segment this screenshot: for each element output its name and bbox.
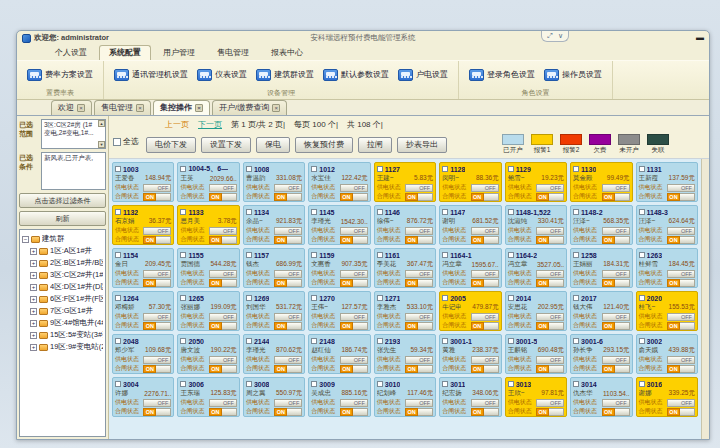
meter-card[interactable]: 1008 曹温韵 331.08元 供电状态 OFF 合闸状态 ON	[243, 162, 305, 202]
meter-checkbox[interactable]	[311, 381, 317, 387]
document-tab[interactable]: 售电管理 ×	[94, 100, 151, 115]
meter-checkbox[interactable]	[508, 209, 514, 215]
meter-card[interactable]: 1134 余品~ 921.83元 供电状态 OFF 合闸状态 ON	[243, 205, 305, 245]
select-all-checkbox[interactable]	[113, 138, 121, 146]
meter-checkbox[interactable]	[639, 338, 645, 344]
meter-checkbox[interactable]	[639, 166, 645, 172]
meter-checkbox[interactable]	[573, 166, 579, 172]
meter-card[interactable]: 3001-5 王麒铭 690.48元 供电状态 OFF 合闸状态 ON	[505, 334, 567, 374]
meter-checkbox[interactable]	[246, 295, 252, 301]
meter-checkbox[interactable]	[377, 381, 383, 387]
meter-card[interactable]: 1132 石京娟 36.37元 供电状态 OFF 合闸状态 ON	[112, 205, 174, 245]
meter-checkbox[interactable]	[442, 338, 448, 344]
meter-checkbox[interactable]	[311, 295, 317, 301]
meter-card[interactable]: 1155 贾国德 544.28元 供电状态 OFF 合闸状态 ON	[177, 248, 239, 288]
chevron-down-icon[interactable]: ∨	[558, 31, 563, 41]
meter-checkbox[interactable]	[442, 295, 448, 301]
meter-card[interactable]: 1269 刘国华 531.72元 供电状态 OFF 合闸状态 ON	[243, 291, 305, 331]
meter-card[interactable]: 3016 谢娜 339.25元 供电状态 OFF 合闸状态 ON	[636, 377, 698, 417]
meter-card[interactable]: 1133 思月美 3.78元 供电状态 OFF 合闸状态 ON	[177, 205, 239, 245]
scroll-up-icon[interactable]: ▲	[98, 120, 105, 127]
meter-card[interactable]: 1146 徐伟~ 876.72元 供电状态 OFF 合闸状态 ON	[374, 205, 436, 245]
meter-checkbox[interactable]	[442, 166, 448, 172]
meter-checkbox[interactable]	[311, 338, 317, 344]
tree-item[interactable]: + 4区:D区1#井(D区1...	[30, 282, 103, 292]
quick-access-toolbar[interactable]: ⤢ ∨	[541, 31, 569, 42]
meter-card[interactable]: 2144 李瑾光 870.62元 供电状态 OFF 合闸状态 ON	[243, 334, 305, 374]
document-tab[interactable]: 开户/缴费查询 ×	[212, 100, 287, 115]
meter-checkbox[interactable]	[573, 252, 579, 258]
meter-checkbox[interactable]	[573, 338, 579, 344]
meter-card[interactable]: 1159 文惠香 907.35元 供电状态 OFF 合闸状态 ON	[308, 248, 370, 288]
expand-icon[interactable]: +	[30, 284, 37, 291]
meter-checkbox[interactable]	[573, 295, 579, 301]
meter-checkbox[interactable]	[573, 381, 579, 387]
expand-icon[interactable]: +	[30, 260, 37, 267]
ribbon-tab[interactable]: 系统配置	[99, 45, 151, 60]
ribbon-button[interactable]: 建筑群设置	[256, 69, 314, 81]
meter-card[interactable]: 3010 纪划峰 117.46元 供电状态 OFF 合闸状态 ON	[374, 377, 436, 417]
selected-condition-box[interactable]: 新风表,已开户表,	[41, 152, 106, 190]
tree-item[interactable]: + 9区:4#馆电井(4#馆...	[30, 318, 103, 328]
meter-checkbox[interactable]	[508, 252, 514, 258]
expand-icon[interactable]: ⤢	[547, 31, 553, 41]
meter-checkbox[interactable]	[311, 209, 317, 215]
ribbon-tab[interactable]: 个人设置	[45, 45, 97, 60]
meter-checkbox[interactable]	[180, 338, 186, 344]
ribbon-button[interactable]: 户电设置	[398, 69, 448, 81]
collapse-icon[interactable]: −	[22, 236, 29, 243]
meter-card[interactable]: 3009 吴成忠 885.16元 供电状态 OFF 合闸状态 ON	[308, 377, 370, 417]
meter-checkbox[interactable]	[180, 295, 186, 301]
tree-item[interactable]: + 1区:A区1#井	[30, 246, 103, 256]
prev-page-link[interactable]: 上一页	[165, 119, 189, 130]
meter-card[interactable]: 3001-6 孙长争 293.15元 供电状态 OFF 合闸状态 ON	[570, 334, 632, 374]
minimize-button[interactable]: ▬	[696, 33, 704, 43]
meter-checkbox[interactable]	[246, 166, 252, 172]
meter-checkbox[interactable]	[639, 209, 645, 215]
meter-checkbox[interactable]	[639, 252, 645, 258]
meter-card[interactable]: 1004-5、6— 王英 2029.66.. 供电状态 OFF 合闸状态 ON	[177, 162, 239, 202]
meter-card[interactable]: 1265 张丽娜 199.09元 供电状态 OFF 合闸状态 ON	[177, 291, 239, 331]
meter-checkbox[interactable]	[377, 166, 383, 172]
meter-card[interactable]: 1128 闵明~ 88.36元 供电状态 OFF 合闸状态 ON	[439, 162, 501, 202]
meter-checkbox[interactable]	[377, 252, 383, 258]
meter-card[interactable]: 1129 鲍雪~ 19.23元 供电状态 OFF 合闸状态 ON	[505, 162, 567, 202]
meter-checkbox[interactable]	[508, 381, 514, 387]
meter-card[interactable]: 3011 纪宏扬 348.06元 供电状态 OFF 合闸状态 ON	[439, 377, 501, 417]
meter-checkbox[interactable]	[442, 209, 448, 215]
ribbon-button[interactable]: 默认参数设置	[323, 69, 389, 81]
building-tree[interactable]: − 建筑群 + 1区:A区1#井 + 2区:B区1#井/B区1#井 + 3区:C…	[19, 229, 106, 437]
meter-card[interactable]: 3008 周之翼 550.97元 供电状态 OFF 合闸状态 ON	[243, 377, 305, 417]
tree-root[interactable]: − 建筑群	[22, 234, 103, 244]
meter-card[interactable]: 3006 王东瑞 125.83元 供电状态 OFF 合闸状态 ON	[177, 377, 239, 417]
selected-range-list[interactable]: 3区:C区2#房 (1#变电,2#变电,1#... ▲ ▼	[41, 119, 106, 149]
meter-checkbox[interactable]	[246, 381, 252, 387]
vertical-scrollbar[interactable]	[701, 159, 709, 439]
meter-checkbox[interactable]	[377, 295, 383, 301]
document-tab[interactable]: 集控操作 ×	[153, 100, 210, 115]
meter-checkbox[interactable]	[508, 338, 514, 344]
close-icon[interactable]: ×	[272, 104, 280, 112]
toolbar-button[interactable]: 恢复预付费	[295, 137, 353, 153]
meter-card[interactable]: 1161 季美花 367.47元 供电状态 OFF 合闸状态 ON	[374, 248, 436, 288]
meter-card[interactable]: 1130 莫金殿 99.49元 供电状态 OFF 合闸状态 ON	[570, 162, 632, 202]
meter-checkbox[interactable]	[180, 166, 186, 172]
meter-checkbox[interactable]	[639, 295, 645, 301]
meter-card[interactable]: 2193 张先生 59.34元 供电状态 OFF 合闸状态 ON	[374, 334, 436, 374]
select-all[interactable]: 全选	[113, 133, 139, 147]
meter-card[interactable]: 2017 钱大伟 121.40元 供电状态 OFF 合闸状态 ON	[570, 291, 632, 331]
meter-checkbox[interactable]	[246, 338, 252, 344]
meter-card[interactable]: 3013 王欣~ 97.81元 供电状态 OFF 合闸状态 ON	[505, 377, 567, 417]
toolbar-button[interactable]: 设置下发	[201, 137, 251, 153]
expand-icon[interactable]: +	[30, 308, 37, 315]
meter-checkbox[interactable]	[115, 338, 121, 344]
ribbon-tab[interactable]: 售电管理	[207, 45, 259, 60]
toolbar-button[interactable]: 电价下发	[146, 137, 196, 153]
tree-item[interactable]: + 7区:G区1#井	[30, 306, 103, 316]
meter-checkbox[interactable]	[115, 166, 121, 172]
meter-checkbox[interactable]	[115, 252, 121, 258]
meter-card[interactable]: 2050 唐文波 190.22元 供电状态 OFF 合闸状态 ON	[177, 334, 239, 374]
tree-item[interactable]: + 19区:9#变电站(2#...	[30, 342, 103, 352]
ribbon-tab[interactable]: 报表中心	[261, 45, 313, 60]
ribbon-button[interactable]: 登录角色设置	[469, 69, 535, 81]
